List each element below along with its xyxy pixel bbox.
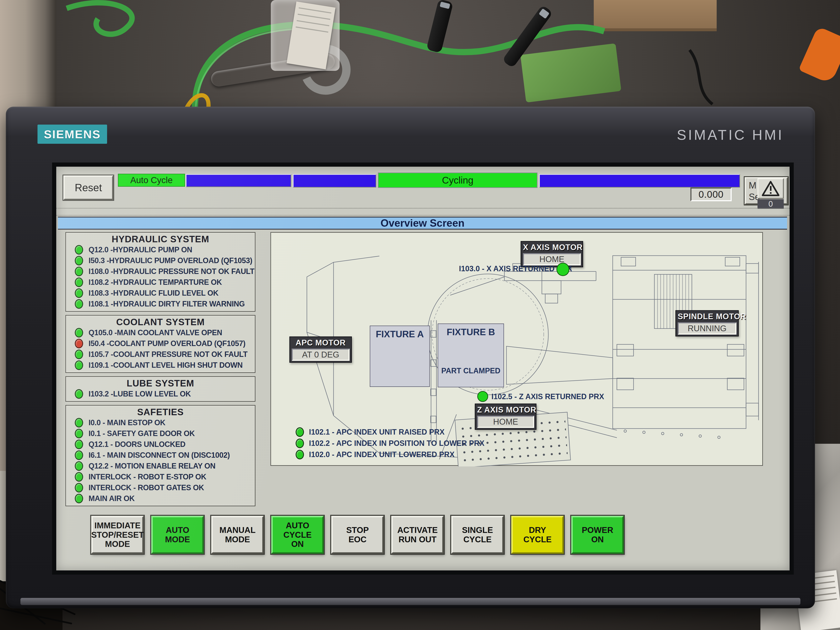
hmi-screen: Reset Auto Cycle Cycling 0.000 M Se 0 Ov… — [52, 163, 794, 575]
status-label: INTERLOCK - ROBOT E-STOP OK — [88, 472, 206, 481]
apc-motor-status: AT 0 DEG — [292, 349, 350, 361]
status-label: I6.1 - MAIN DISCONNECT ON (DISC1002) — [88, 451, 230, 459]
z-axis-motor-title: Z AXIS MOTOR — [477, 406, 534, 414]
status-led-icon — [75, 256, 83, 265]
status-row: I109.1 -COOLANT LEVEL HIGH SHUT DOWN — [67, 360, 254, 371]
status-row: I108.2 -HYDRAULIC TEMPARTURE OK — [67, 277, 254, 288]
status-label: I103.2 -LUBE LOW LEVEL OK — [88, 390, 191, 398]
mode-status-field: Auto Cycle — [118, 174, 185, 187]
status-row: I108.1 -HYDRAULIC DIRTY FILTER WARNING — [67, 298, 254, 309]
status-row: I102.2 - APC INDEX IN POSITION TO LOWER … — [295, 438, 485, 449]
bottom-button-row: IMMEDIATE STOP/RESET MODE AUTO MODE MANU… — [91, 516, 624, 554]
status-row: I50.3 -HYDRAULIC PUMP OVERLOAD (QF1053) — [67, 255, 254, 266]
apc-index-status-list: I102.1 - APC INDEX UNIT RAISED PRX I102.… — [295, 426, 485, 460]
reset-button[interactable]: Reset — [63, 175, 113, 200]
status-led-icon — [295, 427, 304, 437]
status-label: I0.0 - MAIN ESTOP OK — [88, 418, 166, 427]
cycle-status-field: Cycling — [378, 172, 537, 188]
status-label: I102.2 - APC INDEX IN POSITION TO LOWER … — [309, 439, 485, 448]
mode-button[interactable]: DRY CYCLE — [511, 516, 564, 554]
status-row: I108.0 -HYDRAULIC PRESSURE NOT OK FAULT — [67, 266, 254, 277]
status-label: I105.7 -COOLANT PRESSURE NOT OK FAULT — [88, 350, 248, 359]
separator — [56, 208, 789, 208]
simatic-hmi-label: SIMATIC HMI — [677, 127, 784, 143]
status-label: MAIN AIR OK — [88, 494, 134, 503]
status-label: I108.0 -HYDRAULIC PRESSURE NOT OK FAULT — [88, 267, 254, 276]
section-item-list: Q105.0 -MAIN COOLANT VALVE OPEN I50.4 -C… — [67, 327, 254, 371]
status-led-icon — [75, 461, 83, 471]
alarm-window[interactable] — [758, 178, 784, 199]
status-bar-segment — [539, 174, 740, 188]
status-row: I6.1 - MAIN DISCONNECT ON (DISC1002) — [67, 450, 254, 461]
x-axis-prx-led-icon — [556, 263, 569, 276]
x-axis-motor-box: X AXIS MOTOR HOME — [521, 241, 583, 267]
status-led-icon — [75, 360, 83, 370]
status-label: Q12.1 - DOORS UNLOCKED — [88, 440, 185, 449]
status-bar-segment — [293, 174, 376, 188]
spindle-motor-title: SPINDLE MOTOR — [678, 312, 736, 321]
apc-motor-box: APC MOTOR AT 0 DEG — [289, 336, 352, 363]
section-title: COOLANT SYSTEM — [67, 317, 254, 327]
status-led-icon — [75, 278, 83, 287]
status-row: Q12.1 - DOORS UNLOCKED — [67, 439, 254, 450]
fixture-b-label: FIXTURE B — [447, 327, 495, 337]
section-title: LUBE SYSTEM — [67, 378, 254, 388]
status-led-icon — [75, 429, 83, 438]
status-led-icon — [75, 328, 83, 338]
apc-motor-title: APC MOTOR — [292, 338, 350, 347]
x-axis-motor-status: HOME — [523, 253, 581, 265]
z-axis-prx-led-icon — [477, 391, 488, 402]
status-label: I109.1 -COOLANT LEVEL HIGH SHUT DOWN — [88, 361, 243, 369]
mode-button[interactable]: AUTO MODE — [151, 516, 204, 554]
mode-button[interactable]: AUTO CYCLE ON — [271, 516, 324, 554]
status-row: I103.2 -LUBE LOW LEVEL OK — [67, 388, 254, 399]
status-sections-column: HYDRAULIC SYSTEM Q12.0 -HYDRAULIC PUMP O… — [65, 232, 256, 506]
status-row: Q105.0 -MAIN COOLANT VALVE OPEN — [67, 327, 254, 338]
status-label: INTERLOCK - ROBOT GATES OK — [88, 483, 204, 492]
status-led-icon — [75, 472, 83, 482]
mode-button[interactable]: SINGLE CYCLE — [451, 516, 504, 554]
alarm-count-field: 0 — [758, 199, 784, 209]
numeric-io-field[interactable]: 0.000 — [690, 188, 732, 201]
status-label: I102.0 - APC INDEX UNIT LOWERED PRX — [309, 450, 455, 459]
warning-triangle-icon — [762, 181, 779, 196]
status-led-icon — [75, 494, 83, 503]
status-label: I102.1 - APC INDEX UNIT RAISED PRX — [309, 428, 445, 436]
mode-button[interactable]: POWER ON — [571, 516, 624, 554]
section-item-list: I0.0 - MAIN ESTOP OK I0.1 - SAFETY GATE … — [67, 417, 254, 504]
status-label: I0.1 - SAFETY GATE DOOR OK — [88, 429, 195, 438]
lube-system-panel: LUBE SYSTEM I103.2 -LUBE LOW LEVEL OK — [65, 376, 256, 402]
section-title: HYDRAULIC SYSTEM — [67, 234, 254, 245]
status-label: I50.4 -COOLANT PUMP OVERLOAD (QF1057) — [88, 339, 245, 348]
spindle-motor-status: RUNNING — [678, 322, 736, 335]
status-row: I108.3 -HYDRAULIC FLUID LEVEL OK — [67, 288, 254, 298]
status-row: INTERLOCK - ROBOT GATES OK — [67, 482, 254, 493]
status-row: Q12.0 -HYDRAULIC PUMP ON — [67, 245, 254, 255]
bezel-bottom-lip — [21, 598, 801, 605]
section-title: SAFETIES — [67, 407, 254, 417]
status-row: Q12.2 - MOTION ENABLE RELAY ON — [67, 461, 254, 472]
status-led-icon — [295, 439, 304, 448]
mode-button[interactable]: STOP EOC — [331, 516, 384, 554]
z-axis-prx-label: I102.5 - Z AXIS RETURNED PRX — [491, 392, 604, 401]
mode-button[interactable]: MANUAL MODE — [211, 516, 264, 554]
mode-button[interactable]: ACTIVATE RUN OUT — [391, 516, 444, 554]
status-led-icon — [75, 245, 83, 254]
x-axis-prx-label: I103.0 - X AXIS RETURNED PRX — [459, 264, 572, 273]
mode-button[interactable]: IMMEDIATE STOP/RESET MODE — [91, 516, 144, 554]
status-led-icon — [75, 483, 83, 493]
status-label: Q12.2 - MOTION ENABLE RELAY ON — [88, 462, 215, 471]
fixture-a-label: FIXTURE A — [376, 329, 424, 339]
status-row: I50.4 -COOLANT PUMP OVERLOAD (QF1057) — [67, 338, 254, 349]
page-title: Overview Screen — [58, 217, 787, 230]
section-item-list: Q12.0 -HYDRAULIC PUMP ON I50.3 -HYDRAULI… — [67, 245, 254, 309]
status-label: Q105.0 -MAIN COOLANT VALVE OPEN — [88, 328, 222, 337]
status-led-icon — [75, 350, 83, 359]
status-row: INTERLOCK - ROBOT E-STOP OK — [67, 472, 254, 482]
status-led-icon — [75, 288, 83, 298]
status-row: I0.1 - SAFETY GATE DOOR OK — [67, 428, 254, 439]
status-label: I50.3 -HYDRAULIC PUMP OVERLOAD (QF1053) — [88, 256, 252, 265]
status-led-icon — [75, 450, 83, 460]
status-label: Q12.0 -HYDRAULIC PUMP ON — [88, 245, 192, 254]
status-led-icon — [75, 418, 83, 428]
